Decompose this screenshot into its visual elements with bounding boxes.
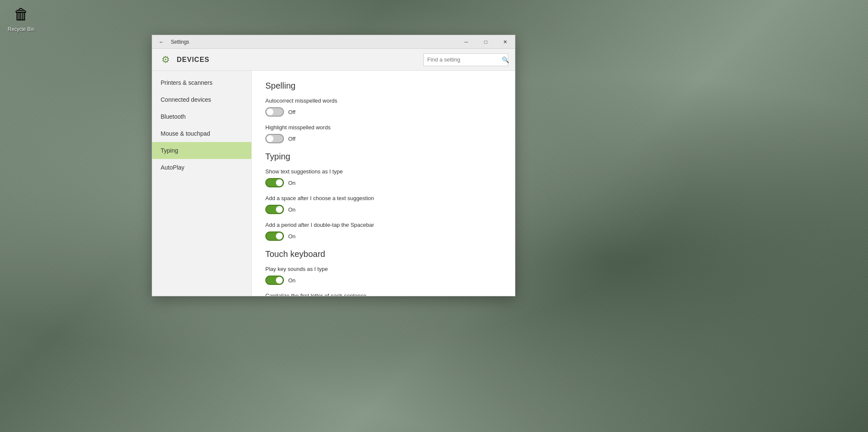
- recycle-bin-label: Recycle Bin: [8, 26, 34, 32]
- autocorrect-toggle-row: Off: [265, 107, 501, 117]
- touch-keyboard-section: Touch keyboard Play key sounds as I type…: [265, 249, 501, 296]
- highlight-state: Off: [288, 136, 295, 142]
- minimize-button[interactable]: ─: [456, 35, 476, 49]
- play-sounds-state: On: [288, 277, 295, 284]
- play-sounds-toggle-row: On: [265, 276, 501, 285]
- suggestions-toggle-row: On: [265, 178, 501, 187]
- sidebar-item-mouse[interactable]: Mouse & touchpad: [152, 125, 251, 142]
- sidebar-item-typing[interactable]: Typing: [152, 142, 251, 159]
- highlight-toggle[interactable]: [265, 134, 284, 143]
- settings-window: ← Settings ─ □ ✕ ⚙ DEVICES 🔍 Printers & …: [152, 35, 515, 296]
- window-controls: ─ □ ✕: [456, 35, 515, 49]
- typing-section: Typing Show text suggestions as I type O…: [265, 152, 501, 241]
- sidebar: Printers & scanners Connected devices Bl…: [152, 71, 252, 296]
- suggestions-label: Show text suggestions as I type: [265, 168, 501, 175]
- maximize-button[interactable]: □: [476, 35, 495, 49]
- search-box[interactable]: 🔍: [423, 53, 508, 66]
- devices-icon: ⚙: [159, 53, 172, 67]
- title-bar: ← Settings ─ □ ✕: [152, 35, 515, 49]
- suggestions-toggle[interactable]: [265, 178, 284, 187]
- recycle-bin-icon: 🗑: [11, 4, 31, 25]
- play-sounds-label: Play key sounds as I type: [265, 266, 501, 272]
- sidebar-item-connected[interactable]: Connected devices: [152, 91, 251, 108]
- play-sounds-toggle[interactable]: [265, 276, 284, 285]
- main-content: Printers & scanners Connected devices Bl…: [152, 71, 515, 296]
- sidebar-item-bluetooth[interactable]: Bluetooth: [152, 108, 251, 125]
- autocorrect-label: Autocorrect misspelled words: [265, 98, 501, 104]
- highlight-label: Highlight misspelled words: [265, 124, 501, 131]
- sidebar-item-printers[interactable]: Printers & scanners: [152, 74, 251, 91]
- window-title: Settings: [171, 39, 189, 45]
- add-space-toggle[interactable]: [265, 205, 284, 214]
- add-period-state: On: [288, 233, 295, 240]
- autocorrect-state: Off: [288, 109, 295, 115]
- sidebar-item-autoplay[interactable]: AutoPlay: [152, 159, 251, 176]
- recycle-bin[interactable]: 🗑 Recycle Bin: [4, 4, 38, 32]
- add-space-label: Add a space after I choose a text sugges…: [265, 195, 501, 201]
- header-bar: ⚙ DEVICES 🔍: [152, 49, 515, 71]
- spelling-section: Spelling Autocorrect misspelled words Of…: [265, 81, 501, 143]
- search-button[interactable]: 🔍: [502, 53, 509, 66]
- suggestions-state: On: [288, 180, 295, 186]
- add-space-state: On: [288, 206, 295, 213]
- header-left: ⚙ DEVICES: [159, 53, 209, 67]
- touch-keyboard-section-title: Touch keyboard: [265, 249, 501, 259]
- header-title: DEVICES: [177, 56, 209, 64]
- add-period-label: Add a period after I double-tap the Spac…: [265, 222, 501, 228]
- add-period-toggle-row: On: [265, 231, 501, 241]
- add-space-toggle-row: On: [265, 205, 501, 214]
- spelling-section-title: Spelling: [265, 81, 501, 91]
- autocorrect-toggle[interactable]: [265, 107, 284, 117]
- back-button[interactable]: ←: [156, 36, 167, 48]
- search-input[interactable]: [424, 56, 502, 63]
- highlight-toggle-row: Off: [265, 134, 501, 143]
- add-period-toggle[interactable]: [265, 231, 284, 241]
- content-panel: Spelling Autocorrect misspelled words Of…: [252, 71, 515, 296]
- close-button[interactable]: ✕: [495, 35, 515, 49]
- typing-section-title: Typing: [265, 152, 501, 162]
- capitalize-label: Capitalize the first letter of each sent…: [265, 293, 501, 296]
- title-bar-left: ← Settings: [156, 36, 189, 48]
